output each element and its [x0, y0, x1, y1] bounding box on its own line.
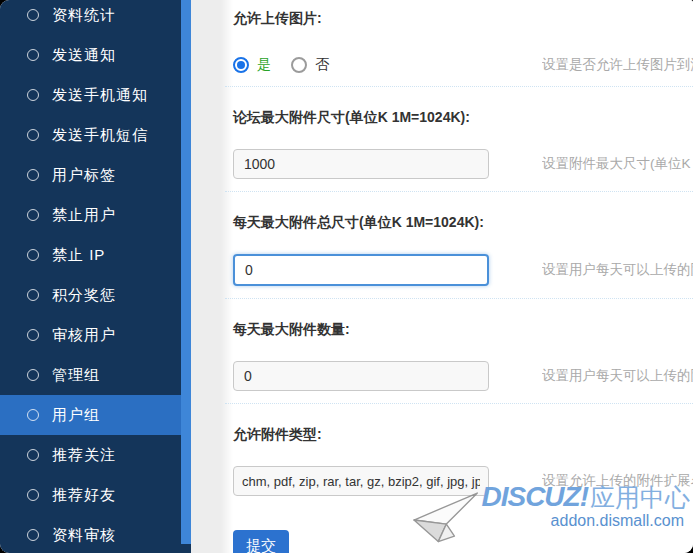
field-label: 允许附件类型:	[233, 426, 693, 444]
form-row-max-attach-size: 论坛最大附件尺寸(单位K 1M=1024K): 设置附件最大尺寸(单位K 1M=	[225, 87, 693, 192]
circle-icon	[27, 409, 39, 421]
sidebar-item-label: 发送手机短信	[52, 126, 148, 145]
sidebar-item-label: 积分奖惩	[52, 286, 116, 305]
sidebar-item-label: 资料统计	[52, 6, 116, 25]
circle-icon	[27, 49, 39, 61]
field-hint: 设置用户每天可以上传的附件	[542, 367, 693, 385]
circle-icon	[27, 369, 39, 381]
sidebar-item-send-mobile-notice[interactable]: 发送手机通知	[0, 75, 181, 115]
sidebar-item-label: 审核用户	[52, 326, 116, 345]
field-hint: 设置用户每天可以上传的附件	[542, 261, 693, 279]
sidebar-item-send-sms[interactable]: 发送手机短信	[0, 115, 181, 155]
allowed-types-input[interactable]	[233, 466, 489, 496]
field-label: 每天最大附件总尺寸(单位K 1M=1024K):	[233, 214, 693, 232]
radio-option-yes[interactable]: 是	[233, 56, 291, 74]
sidebar-item-ban-user[interactable]: 禁止用户	[0, 195, 181, 235]
sidebar-item-profile-audit[interactable]: 资料审核	[0, 515, 181, 553]
sidebar-item-label: 推荐关注	[52, 446, 116, 465]
sidebar-item-recommend-friend[interactable]: 推荐好友	[0, 475, 181, 515]
sidebar-item-credit-reward[interactable]: 积分奖惩	[0, 275, 181, 315]
sidebar-item-label: 禁止用户	[52, 206, 116, 225]
circle-icon	[27, 129, 39, 141]
sidebar-item-user-group[interactable]: 用户组	[0, 395, 181, 435]
watermark-domain: addon.dismall.com	[481, 512, 684, 530]
sidebar-item-label: 管理组	[52, 366, 100, 385]
circle-icon	[27, 169, 39, 181]
field-label: 论坛最大附件尺寸(单位K 1M=1024K):	[233, 109, 693, 127]
sidebar-item-label: 用户标签	[52, 166, 116, 185]
sidebar-item-admin-group[interactable]: 管理组	[0, 355, 181, 395]
circle-icon	[27, 489, 39, 501]
sidebar-item-user-tags[interactable]: 用户标签	[0, 155, 181, 195]
daily-max-count-input[interactable]	[233, 361, 489, 391]
sidebar-item-label: 推荐好友	[52, 486, 116, 505]
radio-label-yes: 是	[257, 56, 271, 74]
form-row-daily-max-count: 每天最大附件数量: 设置用户每天可以上传的附件	[225, 299, 693, 404]
sidebar-item-data-stats[interactable]: 资料统计	[0, 0, 181, 35]
sidebar-item-label: 禁止 IP	[52, 246, 105, 265]
circle-icon	[27, 289, 39, 301]
radio-option-no[interactable]: 否	[291, 56, 329, 74]
field-hint: 设置允许上传的附件扩展名, 多	[542, 472, 693, 490]
field-hint: 设置是否允许上传图片到没有	[542, 56, 693, 74]
sidebar-item-label: 发送手机通知	[52, 86, 148, 105]
radio-selected-icon[interactable]	[233, 57, 249, 73]
field-label: 允许上传图片:	[233, 10, 693, 28]
form-row-allowed-types: 允许附件类型: 设置允许上传的附件扩展名, 多	[225, 404, 693, 508]
circle-icon	[27, 89, 39, 101]
sidebar-item-send-notice[interactable]: 发送通知	[0, 35, 181, 75]
sidebar-item-label: 用户组	[52, 406, 100, 425]
sidebar-item-label: 发送通知	[52, 46, 116, 65]
admin-window: 资料统计 发送通知 发送手机通知 发送手机短信 用户标签 禁止用户	[0, 0, 693, 553]
field-hint: 设置附件最大尺寸(单位K 1M=	[542, 155, 693, 173]
sidebar: 资料统计 发送通知 发送手机通知 发送手机短信 用户标签 禁止用户	[0, 0, 191, 553]
circle-icon	[27, 529, 39, 541]
circle-icon	[27, 249, 39, 261]
radio-unselected-icon[interactable]	[291, 57, 307, 73]
daily-max-total-size-input[interactable]	[233, 254, 489, 286]
field-label: 每天最大附件数量:	[233, 321, 693, 339]
radio-label-no: 否	[315, 56, 329, 74]
circle-icon	[27, 449, 39, 461]
sidebar-item-recommend-follow[interactable]: 推荐关注	[0, 435, 181, 475]
sidebar-nav: 资料统计 发送通知 发送手机通知 发送手机短信 用户标签 禁止用户	[0, 0, 191, 553]
form-row-daily-max-total-size: 每天最大附件总尺寸(单位K 1M=1024K): 设置用户每天可以上传的附件	[225, 192, 693, 299]
sidebar-item-label: 资料审核	[52, 526, 116, 545]
submit-button[interactable]: 提交	[233, 530, 289, 553]
circle-icon	[27, 329, 39, 341]
settings-form: 允许上传图片: 是 否 设置是否允许上传图片到没有 论坛最大附件尺寸(单位K 1…	[191, 0, 693, 553]
submit-row: 提交	[233, 530, 693, 553]
form-row-allow-image-upload: 允许上传图片: 是 否 设置是否允许上传图片到没有	[225, 0, 693, 87]
circle-icon	[27, 9, 39, 21]
sidebar-item-ban-ip[interactable]: 禁止 IP	[0, 235, 181, 275]
sidebar-scrollbar[interactable]	[181, 0, 191, 544]
circle-icon	[27, 209, 39, 221]
max-attach-size-input[interactable]	[233, 149, 489, 179]
sidebar-item-audit-user[interactable]: 审核用户	[0, 315, 181, 355]
